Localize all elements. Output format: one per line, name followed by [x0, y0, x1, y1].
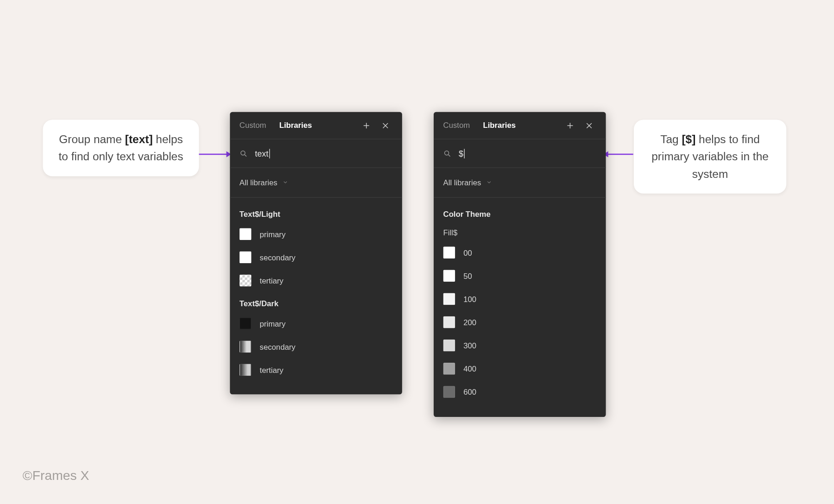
- search-input[interactable]: text: [255, 149, 270, 158]
- svg-line-11: [449, 154, 450, 156]
- variable-item[interactable]: 100: [443, 290, 596, 309]
- variables-panel-text: Custom Libraries text All libraries Text…: [230, 112, 402, 394]
- variable-label: 400: [463, 364, 476, 373]
- variable-label: 600: [463, 387, 476, 396]
- panel-header: Custom Libraries: [230, 112, 402, 139]
- tab-custom[interactable]: Custom: [443, 121, 470, 130]
- variable-item[interactable]: tertiary: [240, 360, 392, 379]
- variable-label: primary: [260, 319, 286, 328]
- variable-label: 00: [463, 248, 472, 257]
- tab-custom[interactable]: Custom: [240, 121, 266, 130]
- color-swatch-icon: [240, 364, 252, 376]
- plus-icon[interactable]: [563, 118, 577, 132]
- color-swatch-icon: [443, 246, 455, 258]
- footer-credit: ©Frames X: [23, 468, 89, 484]
- close-icon[interactable]: [378, 118, 392, 132]
- close-icon[interactable]: [582, 118, 596, 132]
- color-swatch-icon: [240, 275, 252, 287]
- color-swatch-icon: [443, 293, 455, 305]
- section-title: Color Theme: [443, 205, 596, 224]
- library-filter[interactable]: All libraries: [230, 168, 402, 198]
- chevron-down-icon: [282, 178, 288, 187]
- variable-item[interactable]: 50: [443, 266, 596, 285]
- filter-label: All libraries: [443, 178, 481, 187]
- text-caret-icon: [269, 149, 270, 158]
- search-icon: [443, 149, 452, 158]
- results-list: Text$/LightprimarysecondarytertiaryText$…: [230, 198, 402, 388]
- callout-tag: [$]: [682, 133, 695, 145]
- color-swatch-icon: [443, 340, 455, 352]
- panel-header: Custom Libraries: [434, 112, 606, 139]
- color-swatch-icon: [240, 340, 252, 353]
- plus-icon[interactable]: [359, 118, 373, 132]
- search-row[interactable]: $: [434, 139, 606, 168]
- variable-item[interactable]: 300: [443, 336, 596, 355]
- color-swatch-icon: [443, 363, 455, 375]
- color-swatch-icon: [240, 252, 252, 264]
- subgroup-label: Fill$: [443, 225, 596, 243]
- search-value: $: [459, 149, 463, 158]
- variable-label: 50: [463, 271, 472, 280]
- search-value: text: [255, 149, 268, 158]
- group-label: Text$/Light: [240, 205, 392, 224]
- search-icon: [240, 149, 248, 158]
- variable-label: secondary: [260, 253, 296, 262]
- variables-panel-dollar: Custom Libraries $ All libraries Color T…: [434, 112, 606, 417]
- svg-line-5: [245, 154, 246, 156]
- svg-point-4: [241, 151, 245, 155]
- variable-item[interactable]: 400: [443, 359, 596, 378]
- variable-label: 300: [463, 341, 476, 350]
- variable-item[interactable]: 200: [443, 313, 596, 332]
- group-label: Text$/Dark: [240, 294, 392, 314]
- variable-item[interactable]: primary: [240, 225, 392, 244]
- svg-point-10: [445, 151, 449, 155]
- variable-item[interactable]: 00: [443, 243, 596, 262]
- arrow-icon: [607, 154, 633, 155]
- filter-label: All libraries: [240, 178, 278, 187]
- color-swatch-icon: [240, 317, 252, 329]
- library-filter[interactable]: All libraries: [434, 168, 606, 198]
- callout-left: Group name [text] helps to find only tex…: [43, 120, 199, 176]
- results-list: Color ThemeFill$0050100200300400600: [434, 198, 606, 410]
- callout-text: Group name: [59, 133, 125, 145]
- variable-item[interactable]: 600: [443, 382, 596, 401]
- variable-item[interactable]: secondary: [240, 248, 392, 267]
- tab-libraries[interactable]: Libraries: [483, 121, 516, 130]
- variable-item[interactable]: secondary: [240, 337, 392, 356]
- variable-item[interactable]: tertiary: [240, 271, 392, 290]
- color-swatch-icon: [443, 316, 455, 328]
- variable-label: tertiary: [260, 276, 284, 285]
- variable-label: secondary: [260, 342, 296, 351]
- arrow-icon: [199, 154, 227, 155]
- color-swatch-icon: [443, 386, 455, 398]
- variable-item[interactable]: primary: [240, 314, 392, 333]
- callout-tag: [text]: [125, 133, 153, 145]
- search-row[interactable]: text: [230, 139, 402, 168]
- tab-libraries[interactable]: Libraries: [279, 121, 312, 130]
- color-swatch-icon: [443, 270, 455, 282]
- variable-label: tertiary: [260, 365, 284, 374]
- variable-label: 100: [463, 295, 476, 303]
- color-swatch-icon: [240, 228, 252, 240]
- search-input[interactable]: $: [459, 149, 465, 158]
- variable-label: primary: [260, 230, 286, 239]
- text-caret-icon: [464, 149, 464, 158]
- variable-label: 200: [463, 318, 476, 327]
- chevron-down-icon: [486, 178, 492, 187]
- callout-right: Tag [$] helps to find primary variables …: [634, 120, 786, 194]
- callout-text: Tag: [660, 133, 682, 145]
